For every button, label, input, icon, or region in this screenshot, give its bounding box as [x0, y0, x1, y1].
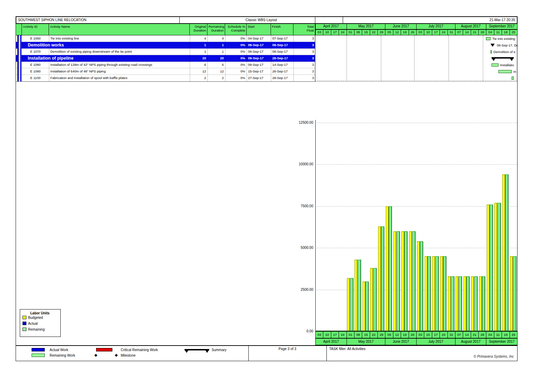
timeline-week: 18 — [502, 29, 510, 35]
actual-work-label: Actual Work — [50, 348, 68, 352]
row-cell-orig_dur: 1 — [190, 49, 207, 55]
histogram-bar-budgeted — [494, 203, 497, 331]
report-page: SOUTHWEST SIPHON LINE RELOCATION Classic… — [0, 0, 555, 392]
column-separator — [190, 35, 190, 81]
column-header-6: Finish — [271, 24, 293, 35]
row-cell-sched_pct: 0% — [225, 35, 247, 42]
layout-name: Classic WBS Layout — [179, 17, 343, 24]
histogram-bar-budgeted — [370, 268, 373, 331]
y-axis-tick-label: 0.00 — [291, 329, 313, 333]
gantt-task-bar — [486, 37, 490, 40]
timeline-week: 24 — [339, 29, 347, 35]
summary-label: Summary — [212, 348, 227, 352]
timeline-week: 04 — [486, 29, 494, 35]
row-cell-orig_dur: 2 — [190, 75, 207, 81]
gantt-bar-label: Tie into existing — [492, 35, 515, 42]
summary-cell-float: 3 — [293, 55, 315, 62]
task-filter: TASK filter: All Activities — [329, 347, 366, 351]
row-cell-finish: 28-Sep-17 — [271, 75, 293, 81]
summary-cell-sched_pct: 0% — [225, 42, 247, 49]
histogram-bar-remaining — [381, 226, 384, 331]
column-header-3: Remaining Duration — [207, 24, 225, 35]
histogram-bar-remaining — [428, 256, 431, 331]
row-cell-start: 08-Sep-17 — [247, 49, 271, 55]
timeline-week: 11 — [494, 29, 502, 35]
gantt-task-bar — [492, 63, 498, 67]
summary-name: Demolition works — [26, 42, 189, 49]
histogram-bar-budgeted — [463, 276, 467, 331]
table-row: E 1070Demolition of existing piping down… — [16, 49, 315, 55]
timeline-month-3: July 2017 — [416, 24, 455, 29]
histogram-bar-budgeted — [510, 256, 513, 331]
timeline-week: 12 — [393, 29, 401, 35]
page-number: Page 3 of 3 — [248, 347, 326, 351]
histogram-bar-budgeted — [417, 241, 420, 331]
labor-swatch-actual — [23, 322, 26, 325]
labor-label-budgeted: Budgeted — [28, 316, 43, 320]
timeline-week: 14 — [463, 29, 471, 35]
remaining-work-swatch — [32, 354, 45, 357]
histogram-bar-budgeted — [455, 276, 459, 331]
row-cell-finish: 08-Sep-17 — [271, 49, 293, 55]
column-separator — [22, 35, 22, 81]
timeline-week: 10 — [424, 29, 432, 35]
summary-row: Installation of pipeline20200%09-Sep-172… — [16, 55, 315, 62]
labor-label-remaining: Remaining — [28, 328, 45, 331]
footer-month-4: August 2017 — [455, 338, 487, 345]
timeline-month-4: August 2017 — [455, 24, 487, 29]
gantt-month-gridline — [449, 35, 449, 82]
row-cell-start: 15-Sep-17 — [247, 68, 271, 75]
footer-week: 10 — [323, 331, 331, 338]
milestone-diamond-icon: ◆ — [94, 353, 97, 357]
timeline-week: 08 — [354, 29, 362, 35]
gantt-task-bar — [498, 70, 512, 73]
summary-cell-finish: 08-Sep-17 — [271, 42, 293, 49]
histogram-bar-budgeted — [393, 231, 396, 331]
summary-cell-float: 3 — [293, 42, 315, 49]
histogram-bar-budgeted — [347, 278, 350, 331]
remaining-work-label: Remaining Work — [50, 354, 75, 357]
summary-cell-finish: 28-Sep-17 — [271, 55, 293, 62]
gantt-bar-label: In — [513, 68, 516, 75]
histogram-bar-remaining — [358, 260, 361, 331]
row-cell-id: E 1060 — [22, 35, 49, 42]
gantt-month-gridline — [347, 35, 347, 82]
column-header-7: Total Float — [293, 24, 315, 35]
row-cell-id: E 1100 — [22, 75, 49, 81]
timeline-week: 01 — [347, 29, 355, 35]
footer-week: 05 — [385, 331, 393, 338]
row-cell-sched_pct: 0% — [225, 62, 247, 68]
footer-week: 24 — [339, 331, 347, 338]
gantt-task-bar — [512, 77, 514, 80]
histogram-bar-remaining — [498, 203, 501, 331]
footer-week: 29 — [377, 331, 385, 338]
histogram-bar-remaining — [366, 281, 369, 331]
histogram-bar-remaining — [436, 256, 439, 331]
footer-week: 21 — [471, 331, 479, 338]
table-header: Activity IDActivity NameOriginal Duratio… — [16, 24, 315, 35]
footer-week: 17 — [432, 331, 440, 338]
row-cell-name: Demolition of existing piping downstream… — [49, 49, 190, 55]
timeline-week: 17 — [432, 29, 440, 35]
labor-units-legend: Labor Units BudgetedActualRemaining — [20, 309, 61, 337]
histogram-gridline — [315, 123, 517, 123]
primavera-report: SOUTHWEST SIPHON LINE RELOCATION Classic… — [16, 16, 518, 361]
timeline-week: 31 — [447, 29, 455, 35]
summary-cell-orig_dur: 1 — [190, 42, 207, 49]
wbs-band-separator — [315, 81, 517, 81]
gantt-month-gridline — [483, 35, 483, 82]
row-cell-float: 3 — [293, 68, 315, 75]
timeline-week: 25 — [510, 29, 518, 35]
timeline-week: 28 — [478, 29, 486, 35]
row-cell-finish: 14-Sep-17 — [271, 62, 293, 68]
histogram-bar-remaining — [459, 276, 462, 331]
row-cell-orig_dur: 6 — [190, 62, 207, 68]
timeline-week: 26 — [409, 29, 417, 35]
summary-cell-start: 09-Sep-17 — [247, 55, 271, 62]
header-left-corner — [16, 24, 22, 35]
labor-swatch-remaining — [23, 328, 26, 331]
timeline-week: 10 — [323, 29, 331, 35]
milestone-icon — [490, 44, 495, 47]
row-cell-start: 04-Sep-17 — [247, 35, 271, 42]
histogram-bar-remaining — [389, 206, 392, 331]
